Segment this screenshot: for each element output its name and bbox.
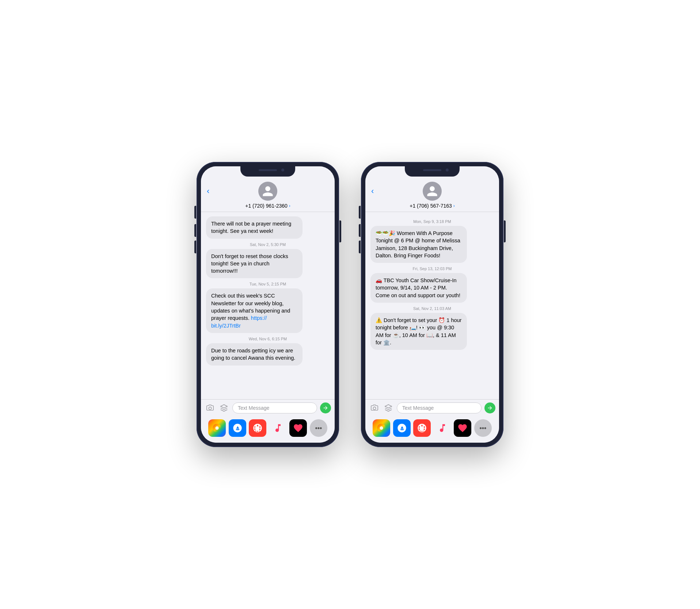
camera-icon[interactable] bbox=[205, 402, 216, 413]
camera bbox=[281, 169, 284, 171]
notch bbox=[240, 166, 295, 177]
appstore-icon[interactable] bbox=[393, 419, 411, 437]
message-timestamp: Sat, Nov 2, 11:03 AM bbox=[370, 306, 494, 311]
message-timestamp: Wed, Nov 6, 6:15 PM bbox=[206, 337, 330, 341]
camera-icon[interactable] bbox=[369, 402, 380, 413]
heart-icon[interactable] bbox=[454, 419, 471, 437]
phones-container: ‹+1 (720) 961-2360 ›There will not be a … bbox=[197, 162, 503, 447]
phone-right: ‹+1 (706) 567-7163 ›Mon, Sep 9, 3:18 PM🥗… bbox=[361, 162, 503, 447]
photos-icon[interactable] bbox=[208, 419, 226, 437]
message-timestamp: Sat, Nov 2, 5:30 PM bbox=[206, 242, 330, 247]
music-icon[interactable] bbox=[269, 419, 287, 437]
apps-icon[interactable] bbox=[218, 402, 229, 413]
music-icon[interactable] bbox=[434, 419, 451, 437]
speaker bbox=[423, 169, 441, 171]
app-dock: ••• bbox=[201, 416, 335, 443]
avatar bbox=[258, 182, 277, 201]
speaker bbox=[259, 169, 277, 171]
message-bubble: Due to the roads getting icy we are goin… bbox=[206, 343, 303, 366]
message-bubble: ⚠️ Don't forget to set your ⏰ 1 hour ton… bbox=[370, 313, 467, 350]
apps-icon[interactable] bbox=[383, 402, 394, 413]
svg-point-3 bbox=[373, 407, 376, 409]
text-message-input[interactable]: Text Message bbox=[397, 402, 482, 413]
camera bbox=[446, 169, 449, 171]
send-button[interactable] bbox=[320, 402, 331, 413]
message-bubble: There will not be a prayer meeting tonig… bbox=[206, 216, 303, 239]
appstore-icon[interactable] bbox=[229, 419, 246, 437]
chevron-icon: › bbox=[453, 203, 455, 208]
text-message-input[interactable]: Text Message bbox=[232, 402, 317, 413]
input-bar: Text Message bbox=[365, 399, 499, 416]
phone-left: ‹+1 (720) 961-2360 ›There will not be a … bbox=[197, 162, 339, 447]
chevron-icon: › bbox=[289, 203, 290, 208]
svg-point-5 bbox=[380, 426, 383, 430]
header-top: ‹ bbox=[201, 180, 335, 202]
back-button[interactable]: ‹ bbox=[207, 186, 209, 196]
more-icon[interactable]: ••• bbox=[474, 419, 492, 437]
svg-point-2 bbox=[215, 426, 218, 430]
message-timestamp: Mon, Sep 9, 3:18 PM bbox=[370, 219, 494, 224]
messages-area: Mon, Sep 9, 3:18 PM🥗🥗🎉 Women With A Purp… bbox=[365, 212, 499, 399]
app-dock: ••• bbox=[365, 416, 499, 443]
phone-number[interactable]: +1 (720) 961-2360 › bbox=[245, 203, 290, 209]
message-bubble: 🚗 TBC Youth Car Show/Cruise-In tomorrow,… bbox=[370, 273, 467, 303]
header-top: ‹ bbox=[365, 180, 499, 202]
globe-icon[interactable] bbox=[413, 419, 431, 437]
globe-icon[interactable] bbox=[249, 419, 266, 437]
photos-icon[interactable] bbox=[373, 419, 390, 437]
message-timestamp: Fri, Sep 13, 12:03 PM bbox=[370, 266, 494, 271]
send-button[interactable] bbox=[484, 402, 495, 413]
avatar bbox=[423, 182, 442, 201]
heart-icon[interactable] bbox=[289, 419, 307, 437]
message-timestamp: Tue, Nov 5, 2:15 PM bbox=[206, 282, 330, 286]
message-link[interactable]: https:// bit.ly/2JTrtBr bbox=[211, 315, 267, 328]
svg-point-0 bbox=[209, 407, 211, 409]
phone-number[interactable]: +1 (706) 567-7163 › bbox=[410, 203, 455, 209]
message-bubble: 🥗🥗🎉 Women With A Purpose Tonight @ 6 PM … bbox=[370, 226, 467, 263]
input-bar: Text Message bbox=[201, 399, 335, 416]
message-bubble: Don't forget to reset those clocks tonig… bbox=[206, 249, 303, 279]
notch bbox=[405, 166, 460, 177]
back-button[interactable]: ‹ bbox=[371, 186, 374, 196]
more-icon[interactable]: ••• bbox=[310, 419, 327, 437]
message-bubble: Check out this week's SCC Newsletter for… bbox=[206, 288, 303, 333]
messages-area: There will not be a prayer meeting tonig… bbox=[201, 212, 335, 399]
